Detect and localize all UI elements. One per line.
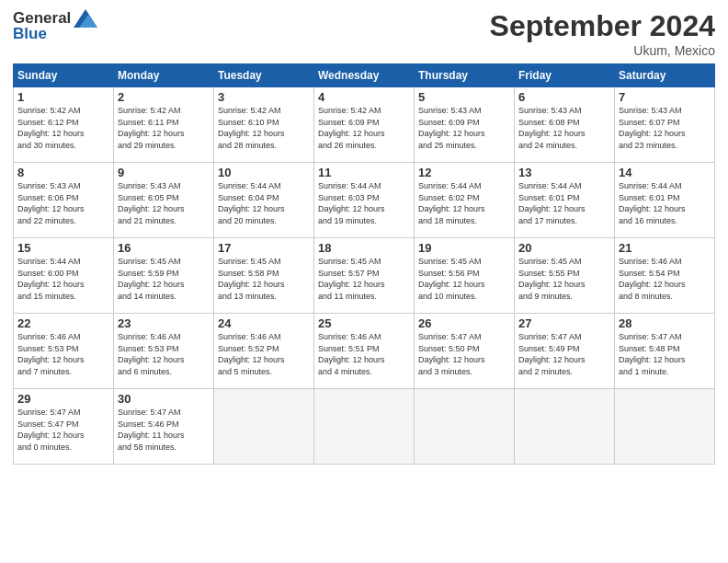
day-info: Sunrise: 5:45 AM Sunset: 5:56 PM Dayligh…	[418, 256, 510, 302]
day-info: Sunrise: 5:45 AM Sunset: 5:57 PM Dayligh…	[318, 256, 410, 302]
day-number: 24	[218, 316, 310, 330]
day-info: Sunrise: 5:45 AM Sunset: 5:55 PM Dayligh…	[518, 256, 610, 302]
month-title: September 2024	[490, 9, 715, 43]
calendar-table: Sunday Monday Tuesday Wednesday Thursday…	[13, 63, 715, 465]
day-info: Sunrise: 5:45 AM Sunset: 5:58 PM Dayligh…	[218, 256, 310, 302]
day-info: Sunrise: 5:42 AM Sunset: 6:10 PM Dayligh…	[218, 105, 310, 151]
calendar-cell: 7Sunrise: 5:43 AM Sunset: 6:07 PM Daylig…	[615, 87, 715, 163]
calendar-cell: 29Sunrise: 5:47 AM Sunset: 5:47 PM Dayli…	[14, 389, 114, 465]
calendar-cell: 5Sunrise: 5:43 AM Sunset: 6:09 PM Daylig…	[415, 87, 515, 163]
day-info: Sunrise: 5:44 AM Sunset: 6:00 PM Dayligh…	[17, 256, 109, 302]
calendar-cell	[515, 389, 615, 465]
calendar-row: 1Sunrise: 5:42 AM Sunset: 6:12 PM Daylig…	[14, 87, 715, 163]
day-number: 19	[418, 241, 510, 255]
day-info: Sunrise: 5:43 AM Sunset: 6:08 PM Dayligh…	[518, 105, 610, 151]
col-wednesday: Wednesday	[314, 64, 415, 87]
location: Ukum, Mexico	[490, 43, 715, 58]
calendar-cell	[415, 389, 515, 465]
day-number: 15	[17, 241, 109, 255]
calendar-cell: 6Sunrise: 5:43 AM Sunset: 6:08 PM Daylig…	[515, 87, 615, 163]
day-number: 25	[318, 316, 410, 330]
day-info: Sunrise: 5:42 AM Sunset: 6:11 PM Dayligh…	[118, 105, 210, 151]
calendar-cell: 25Sunrise: 5:46 AM Sunset: 5:51 PM Dayli…	[314, 314, 415, 389]
day-number: 1	[17, 90, 109, 104]
day-number: 20	[518, 241, 610, 255]
calendar-cell: 19Sunrise: 5:45 AM Sunset: 5:56 PM Dayli…	[415, 238, 515, 314]
calendar-cell	[214, 389, 314, 465]
calendar-cell: 8Sunrise: 5:43 AM Sunset: 6:06 PM Daylig…	[14, 163, 114, 238]
logo-icon	[74, 9, 97, 28]
col-monday: Monday	[114, 64, 214, 87]
calendar-cell: 4Sunrise: 5:42 AM Sunset: 6:09 PM Daylig…	[314, 87, 415, 163]
calendar-cell: 18Sunrise: 5:45 AM Sunset: 5:57 PM Dayli…	[314, 238, 415, 314]
col-sunday: Sunday	[14, 64, 114, 87]
day-number: 11	[318, 166, 410, 179]
calendar-page: General Blue September 2024 Ukum, Mexico…	[0, 0, 728, 563]
day-info: Sunrise: 5:44 AM Sunset: 6:03 PM Dayligh…	[318, 180, 410, 226]
day-number: 6	[518, 90, 610, 104]
col-saturday: Saturday	[615, 64, 715, 87]
day-number: 18	[318, 241, 410, 255]
day-info: Sunrise: 5:46 AM Sunset: 5:52 PM Dayligh…	[218, 331, 310, 377]
calendar-cell: 28Sunrise: 5:47 AM Sunset: 5:48 PM Dayli…	[615, 314, 715, 389]
day-info: Sunrise: 5:42 AM Sunset: 6:12 PM Dayligh…	[17, 105, 109, 151]
day-info: Sunrise: 5:43 AM Sunset: 6:09 PM Dayligh…	[418, 105, 510, 151]
calendar-cell: 15Sunrise: 5:44 AM Sunset: 6:00 PM Dayli…	[14, 238, 114, 314]
day-number: 12	[418, 166, 510, 179]
col-thursday: Thursday	[415, 64, 515, 87]
day-info: Sunrise: 5:46 AM Sunset: 5:53 PM Dayligh…	[17, 331, 109, 377]
day-number: 9	[118, 166, 210, 179]
calendar-cell: 2Sunrise: 5:42 AM Sunset: 6:11 PM Daylig…	[114, 87, 214, 163]
header: General Blue September 2024 Ukum, Mexico	[13, 9, 715, 58]
calendar-cell: 24Sunrise: 5:46 AM Sunset: 5:52 PM Dayli…	[214, 314, 314, 389]
logo: General Blue	[13, 9, 97, 43]
day-info: Sunrise: 5:46 AM Sunset: 5:54 PM Dayligh…	[619, 256, 711, 302]
day-info: Sunrise: 5:47 AM Sunset: 5:49 PM Dayligh…	[518, 331, 610, 377]
day-number: 30	[118, 392, 210, 406]
calendar-row: 15Sunrise: 5:44 AM Sunset: 6:00 PM Dayli…	[14, 238, 715, 314]
day-number: 14	[619, 166, 711, 179]
calendar-cell: 10Sunrise: 5:44 AM Sunset: 6:04 PM Dayli…	[214, 163, 314, 238]
day-info: Sunrise: 5:44 AM Sunset: 6:04 PM Dayligh…	[218, 180, 310, 226]
day-info: Sunrise: 5:43 AM Sunset: 6:06 PM Dayligh…	[17, 180, 109, 226]
calendar-cell	[314, 389, 415, 465]
day-info: Sunrise: 5:45 AM Sunset: 5:59 PM Dayligh…	[118, 256, 210, 302]
day-number: 17	[218, 241, 310, 255]
day-number: 4	[318, 90, 410, 104]
day-info: Sunrise: 5:46 AM Sunset: 5:53 PM Dayligh…	[118, 331, 210, 377]
calendar-cell: 13Sunrise: 5:44 AM Sunset: 6:01 PM Dayli…	[515, 163, 615, 238]
day-info: Sunrise: 5:44 AM Sunset: 6:01 PM Dayligh…	[619, 180, 711, 226]
calendar-cell: 21Sunrise: 5:46 AM Sunset: 5:54 PM Dayli…	[615, 238, 715, 314]
calendar-cell: 26Sunrise: 5:47 AM Sunset: 5:50 PM Dayli…	[415, 314, 515, 389]
day-info: Sunrise: 5:46 AM Sunset: 5:51 PM Dayligh…	[318, 331, 410, 377]
day-info: Sunrise: 5:42 AM Sunset: 6:09 PM Dayligh…	[318, 105, 410, 151]
calendar-cell: 16Sunrise: 5:45 AM Sunset: 5:59 PM Dayli…	[114, 238, 214, 314]
day-info: Sunrise: 5:44 AM Sunset: 6:01 PM Dayligh…	[518, 180, 610, 226]
day-number: 8	[17, 166, 109, 179]
day-number: 13	[518, 166, 610, 179]
calendar-cell: 9Sunrise: 5:43 AM Sunset: 6:05 PM Daylig…	[114, 163, 214, 238]
day-number: 7	[619, 90, 711, 104]
day-info: Sunrise: 5:47 AM Sunset: 5:50 PM Dayligh…	[418, 331, 510, 377]
day-number: 10	[218, 166, 310, 179]
col-tuesday: Tuesday	[214, 64, 314, 87]
day-number: 28	[619, 316, 711, 330]
day-info: Sunrise: 5:44 AM Sunset: 6:02 PM Dayligh…	[418, 180, 510, 226]
day-number: 22	[17, 316, 109, 330]
day-info: Sunrise: 5:47 AM Sunset: 5:48 PM Dayligh…	[619, 331, 711, 377]
day-number: 5	[418, 90, 510, 104]
calendar-cell: 27Sunrise: 5:47 AM Sunset: 5:49 PM Dayli…	[515, 314, 615, 389]
calendar-cell: 11Sunrise: 5:44 AM Sunset: 6:03 PM Dayli…	[314, 163, 415, 238]
day-number: 23	[118, 316, 210, 330]
logo-blue: Blue	[13, 25, 97, 43]
day-info: Sunrise: 5:47 AM Sunset: 5:47 PM Dayligh…	[17, 407, 109, 453]
day-number: 3	[218, 90, 310, 104]
title-block: September 2024 Ukum, Mexico	[490, 9, 715, 58]
day-info: Sunrise: 5:43 AM Sunset: 6:07 PM Dayligh…	[619, 105, 711, 151]
calendar-cell: 12Sunrise: 5:44 AM Sunset: 6:02 PM Dayli…	[415, 163, 515, 238]
day-info: Sunrise: 5:47 AM Sunset: 5:46 PM Dayligh…	[118, 407, 210, 453]
calendar-cell: 17Sunrise: 5:45 AM Sunset: 5:58 PM Dayli…	[214, 238, 314, 314]
calendar-cell: 30Sunrise: 5:47 AM Sunset: 5:46 PM Dayli…	[114, 389, 214, 465]
calendar-row: 8Sunrise: 5:43 AM Sunset: 6:06 PM Daylig…	[14, 163, 715, 238]
calendar-cell: 23Sunrise: 5:46 AM Sunset: 5:53 PM Dayli…	[114, 314, 214, 389]
